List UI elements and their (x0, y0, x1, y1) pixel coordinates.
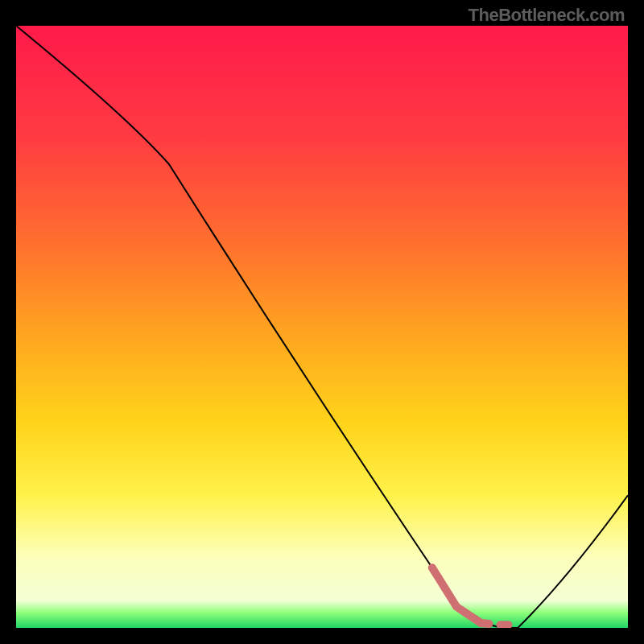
bottleneck-chart (16, 26, 628, 628)
watermark-text: TheBottleneck.com (469, 5, 625, 26)
gradient-background (16, 26, 628, 628)
